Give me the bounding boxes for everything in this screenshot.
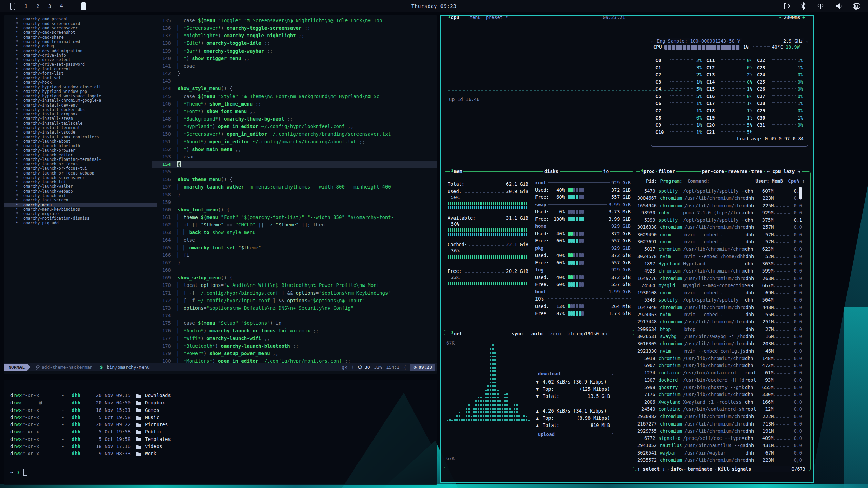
file-list-item[interactable]: *omarchy-pkg-add [4,221,157,225]
file-list-item[interactable]: *omarchy-launch-walker [4,184,157,189]
file-list-item[interactable]: *omarchy-font-current [4,67,157,71]
process-row[interactable]: 3004667chromium/usr/lib/chromium/chromdh… [637,195,802,202]
file-list-item[interactable]: *omarchy-cmd-terminal-cwd [4,39,157,44]
process-row[interactable]: 3026531swaybg/usr/bin/swaybg -i /homdhh1… [637,333,802,340]
process-row[interactable]: 7176chromium/usr/lib/chromium/chromdhh33… [637,391,802,398]
file-list-item[interactable]: *omarchy-install-dev-env [4,103,157,107]
process-row[interactable]: 5017chromium/usr/lib/chromium/chromdhh62… [637,246,802,253]
process-scrollbar[interactable] [799,187,802,199]
process-row[interactable]: 2999634btopbtopdhh27M0.0 [637,326,802,333]
file-list-item[interactable]: *omarchy-drive-set-password [4,62,157,67]
update-interval[interactable]: -2000ms+ [777,15,806,20]
process-row[interactable]: 5018chromium/usr/lib/chromium/chromdhh14… [637,355,802,362]
file-list-item[interactable]: *omarchy-hook [4,80,157,85]
file-list-item[interactable]: *omarchy-menu-keybindings [4,207,157,211]
process-row[interactable]: 1897HyprlandHyprlanddhh363M0.0 [637,260,802,267]
process-row[interactable]: 2006XwaylandXwayland :1 -rootless -dhh16… [637,399,802,406]
file-list-item[interactable]: *omarchy-launch-floating-terminal- [4,157,157,162]
file-list-item[interactable]: *omarchy-launch-editor [4,153,157,157]
disks-box-title[interactable]: disks [543,169,560,174]
file-list-item[interactable]: *omarchy-install-terminal [4,125,157,130]
file-list-item[interactable]: *omarchy-menu [4,203,157,207]
file-list-item[interactable]: *omarchy-install-steam [4,116,157,121]
file-list-item[interactable]: *omarchy-font-set [4,75,157,80]
file-list-item[interactable]: *omarchy-launch-wifi [4,193,157,198]
process-row[interactable]: 24540containe/usr/bin/containerd-shiroot… [637,406,802,413]
process-row[interactable]: 2924063nvimnvim --embed .dhh55M0.0 [637,311,802,318]
shell-prompt[interactable]: ~ ❯ [10,469,27,476]
file-list-item[interactable]: *omarchy-cmd-screenrecord [4,21,157,26]
proc-tab-per-core[interactable]: per-core [701,169,725,174]
file-list-item[interactable]: *omarchy-launch-or-focus-webapp [4,171,157,175]
process-row[interactable]: 1654946chromium/usr/lib/chromium/chromdh… [637,202,802,209]
process-row[interactable]: 4923chromium/usr/lib/chromium/chromdhh59… [637,267,802,275]
io-tab[interactable]: io [602,169,610,174]
file-list-item[interactable]: *omarchy-notification-dismiss [4,216,157,221]
file-list-item[interactable]: *omarchy-font-list [4,71,157,75]
file-list-item[interactable]: *omarchy-launch-or-focus [4,162,157,166]
net-interface[interactable]: ←b enp191s0 n→ [567,331,609,336]
process-row[interactable]: 2935572chromium/usr/lib/chromium/chromdh… [637,457,802,464]
file-list-item[interactable]: *omarchy-install-tailscale [4,121,157,125]
scroll-down-icon[interactable]: ↓ [796,458,798,464]
process-row[interactable]: 5998ghostty/usr/bin/ghostty --gtk-dhh655… [637,384,802,391]
file-list-item[interactable]: *omarchy-debug [4,44,157,48]
file-list-item[interactable]: *omarchy-install-xbox-controllers [4,135,157,139]
file-list-item[interactable]: *omarchy-launch-tui [4,180,157,184]
proc-tab-reverse[interactable]: reverse [727,169,749,174]
net-tab-zero[interactable]: zero [548,331,562,336]
menu-button[interactable]: menu [468,15,482,20]
process-row[interactable]: 1647940chromium/usr/lib/chromium/chromdh… [637,304,802,311]
file-list-item[interactable]: *omarchy-cmd-share [4,35,157,39]
process-row[interactable]: 3027691nvimnvim --embed .dhh57M0.0 [637,238,802,246]
process-row[interactable]: 2917448chromium/usr/lib/chromium/chromdh… [637,318,802,325]
file-list-item[interactable]: *omarchy-launch-bluetooth [4,143,157,148]
process-row[interactable]: 1274containe/usr/bin/containerdroot61M0.… [637,369,802,376]
file-list-item[interactable]: *omarchy-migrate [4,211,157,216]
process-row[interactable]: 6772signal-d/proc/self/exe --type=rdhh40… [637,435,802,442]
file-list-item[interactable]: *omarchy-launch-webapp [4,189,157,193]
process-row[interactable]: 5399spotify/opt/spotify/spotify --dhh375… [637,217,802,224]
file-list-item[interactable]: *omarchy-hyprland-window-close-all [4,85,157,89]
select-hint[interactable]: ↑ select ↓ [637,466,665,472]
terminal-window[interactable]: drwxr-xr-x-dhh20 Nov 09:15Downloadsdrwx-… [4,380,437,485]
file-list-item[interactable]: *omarchy-lock-screen [4,198,157,203]
process-row[interactable]: 1307dockerd/usr/bin/dockerd -H fd:root93… [637,377,802,384]
file-list-item[interactable]: *omarchy-install-chromium-google-a [4,98,157,103]
process-row[interactable]: 2930982chromium/usr/lib/chromium/chromdh… [637,413,802,420]
info-hint[interactable]: info [671,466,682,472]
process-row[interactable]: 5470spotify/opt/spotify/spotify --dhh607… [637,187,802,195]
process-row[interactable]: 6907chromium/usr/lib/chromium/chromdhh47… [637,362,802,369]
process-row[interactable]: 24564mysqldmysqld --max-connection999667… [637,282,802,289]
process-row[interactable]: 1649776chromium/usr/lib/chromium/chromdh… [637,275,802,282]
net-tab-sync[interactable]: sync [510,331,524,336]
file-list-item[interactable]: *omarchy-hyprland-workspace-toggle [4,94,157,98]
file-list-item[interactable]: *omarchy-cmd-screenshot [4,30,157,35]
process-row[interactable]: 2167277chromium/usr/lib/chromium/chromdh… [637,420,802,428]
process-row[interactable]: 5343spotify/opt/spotify/spotifydhh564M0.… [637,296,802,304]
process-row[interactable]: 3026541waybar/usr/bin/waybardhh67M0.0 [637,449,802,457]
process-row[interactable]: 3016305chromium/usr/lib/chromium/chromdh… [637,340,802,347]
process-row[interactable]: 2941052nautilus/usr/bin/nautilus --gapdh… [637,442,802,449]
file-list-item[interactable]: *omarchy-cmd-screensaver [4,26,157,30]
file-list-item[interactable]: *omarchy-install-dropbox [4,112,157,116]
file-list-item[interactable]: *omarchy-launch-or-focus-tui [4,166,157,171]
git-branch[interactable]: add-theme-hackerman [36,365,93,370]
net-tab-auto[interactable]: auto [530,331,544,336]
file-list-item[interactable]: *omarchy-launch-screensaver [4,175,157,180]
process-row[interactable]: 2929755chromium/usr/lib/chromium/chromdh… [637,428,802,435]
file-list-item[interactable]: *omarchy-cmd-present [4,17,157,21]
file-list-item[interactable]: *omarchy-dev-add-migration [4,48,157,53]
file-list-item[interactable]: *omarchy-drive-select [4,57,157,62]
process-row[interactable]: 98930rubypuma 7.1.0 (tcp://localdhh929M0… [637,209,802,217]
signals-hint[interactable]: signals [732,466,751,472]
preset-button[interactable]: preset * [485,15,510,20]
process-row[interactable]: 3016338chromium/usr/lib/chromium/chromdh… [637,224,802,231]
process-table-header[interactable]: Pid: Program: Command: User: MemB Cpu% ↑ [637,178,805,184]
terminate-hint[interactable]: terminate [687,466,712,472]
file-list-item[interactable]: *omarchy-install-docker-dbs [4,107,157,112]
file-list-item[interactable]: *omarchy-hyprland-window-pop [4,89,157,94]
process-row[interactable]: 2921330nvimnvim --embed config.jsodhh46M… [637,348,802,355]
file-list-item[interactable]: *omarchy-launch-browser [4,148,157,153]
kill-hint[interactable]: Kill [718,466,729,472]
